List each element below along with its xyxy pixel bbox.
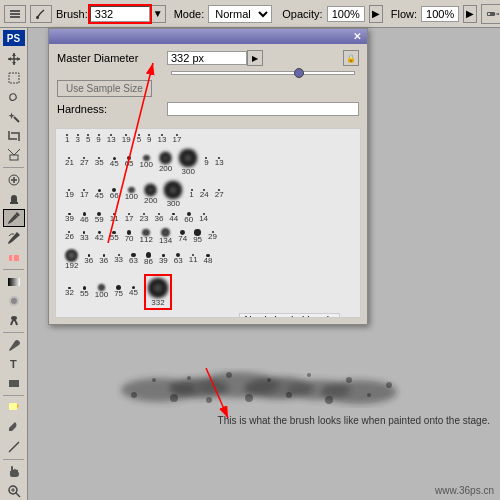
brush-cell[interactable]: 36 [99, 254, 108, 264]
tool-heal[interactable] [3, 171, 25, 189]
tool-shape[interactable] [3, 374, 25, 392]
airbrush-btn[interactable] [481, 4, 500, 24]
expand-btn[interactable]: ▶ [247, 50, 263, 66]
brush-cell[interactable]: 44 [169, 213, 178, 224]
tool-stamp[interactable] [3, 190, 25, 208]
brush-cell[interactable]: 32 [65, 287, 74, 297]
brush-cell[interactable]: 23 [140, 213, 149, 223]
brush-cell[interactable]: 1 [189, 189, 193, 199]
brush-cell[interactable]: 332 [144, 274, 172, 310]
tool-measure[interactable] [3, 438, 25, 456]
brush-cell[interactable]: 66 [110, 188, 119, 200]
tool-hand[interactable] [3, 463, 25, 481]
brush-dropdown-btn[interactable]: ▼ [150, 5, 166, 23]
brush-cell[interactable]: 21 [65, 157, 74, 167]
brush-cell[interactable]: 26 [65, 231, 74, 241]
brush-cell[interactable]: 74 [178, 230, 187, 243]
brush-cell[interactable]: 46 [80, 212, 89, 223]
lock-btn[interactable]: 🔒 [343, 50, 359, 66]
brush-cell[interactable]: 5 [137, 134, 141, 144]
brush-cell[interactable]: 48 [204, 254, 213, 265]
brush-cell[interactable]: 134 [159, 228, 172, 245]
brush-cell[interactable]: 17 [172, 134, 181, 144]
brush-cell[interactable]: 5 [86, 134, 90, 144]
tool-zoom[interactable] [3, 482, 25, 500]
opacity-arrow[interactable]: ▶ [369, 5, 383, 23]
brush-cell[interactable]: 1 [65, 134, 69, 144]
tool-marquee[interactable] [3, 69, 25, 87]
brush-cell[interactable]: 14 [199, 213, 208, 223]
brush-cell[interactable]: 19 [122, 134, 131, 144]
brush-cell[interactable]: 45 [110, 157, 119, 168]
tool-options-btn[interactable] [4, 5, 26, 23]
brush-cell[interactable]: 27 [80, 157, 89, 167]
brush-cell[interactable]: 65 [125, 156, 134, 168]
tool-crop[interactable] [3, 127, 25, 145]
tool-pen[interactable] [3, 336, 25, 354]
tool-blur[interactable] [3, 292, 25, 310]
tool-eraser[interactable] [3, 248, 25, 266]
brush-cell[interactable]: 55 [110, 231, 119, 243]
tool-slice[interactable] [3, 146, 25, 164]
brush-cell[interactable]: 36 [154, 213, 163, 223]
brush-cell[interactable]: 35 [95, 157, 104, 167]
brush-cell[interactable]: 19 [65, 189, 74, 199]
brush-icon-btn[interactable] [30, 5, 52, 23]
tool-move[interactable] [3, 50, 25, 68]
brush-cell[interactable]: 27 [215, 189, 224, 199]
brush-cell[interactable]: 9 [204, 157, 208, 167]
tool-history-brush[interactable] [3, 228, 25, 246]
brush-cell[interactable]: 3 [75, 134, 79, 144]
brush-cell[interactable]: 45 [95, 189, 104, 200]
brush-name-box[interactable]: 332 [90, 6, 150, 22]
tool-gradient[interactable] [3, 273, 25, 291]
brush-cell[interactable]: 39 [159, 254, 168, 265]
tool-brush[interactable] [3, 209, 25, 227]
brush-cell[interactable]: 300 [163, 180, 183, 208]
tool-eyedropper[interactable] [3, 419, 25, 437]
brush-cell[interactable]: 13 [107, 134, 116, 144]
brush-cell[interactable]: 17 [125, 213, 134, 223]
brush-cell[interactable]: 13 [215, 157, 224, 167]
brush-cell[interactable]: 45 [129, 286, 138, 297]
brush-cell[interactable]: 33 [80, 231, 89, 241]
brush-cell[interactable]: 11 [189, 254, 198, 264]
brush-cell[interactable]: 39 [65, 213, 74, 224]
tool-dodge[interactable] [3, 311, 25, 329]
tool-lasso[interactable] [3, 88, 25, 106]
hardness-slider[interactable] [167, 102, 359, 116]
tool-wand[interactable] [3, 108, 25, 126]
flow-box[interactable]: 100% [421, 6, 459, 22]
brush-cell[interactable]: 192 [65, 249, 78, 270]
tool-notes[interactable] [3, 399, 25, 417]
tool-text[interactable]: T [3, 355, 25, 373]
mode-select[interactable]: Normal Multiply Screen [208, 5, 272, 23]
brush-cell[interactable]: 86 [144, 252, 153, 266]
brush-cell[interactable]: 24 [200, 189, 209, 199]
brush-cell[interactable]: 36 [84, 254, 93, 264]
flow-arrow[interactable]: ▶ [463, 5, 477, 23]
brush-cell[interactable]: 9 [96, 134, 100, 144]
brush-cell[interactable]: 100 [125, 187, 138, 202]
brush-cell[interactable]: 13 [158, 134, 167, 144]
brush-cell[interactable]: 300 [178, 148, 198, 176]
brush-cell[interactable]: 200 [159, 151, 172, 172]
brush-cell[interactable]: 70 [125, 230, 134, 243]
brush-cell[interactable]: 95 [193, 229, 202, 243]
diameter-slider[interactable] [171, 71, 355, 75]
brush-cell[interactable]: 17 [80, 189, 89, 199]
brush-cell[interactable]: 75 [114, 285, 123, 298]
brush-cell[interactable]: 9 [147, 134, 151, 144]
diameter-value-box[interactable]: 332 px [167, 51, 247, 65]
popup-close-btn[interactable]: ✕ [353, 31, 361, 42]
brush-cell[interactable]: 100 [95, 284, 108, 299]
brush-cell[interactable]: 55 [80, 286, 89, 298]
brush-cell[interactable]: 200 [144, 183, 157, 204]
brush-cell[interactable]: 11 [110, 213, 119, 223]
use-sample-size-btn[interactable]: Use Sample Size [57, 80, 152, 97]
brush-cell[interactable]: 33 [114, 254, 123, 264]
brush-cell[interactable]: 60 [184, 212, 193, 224]
brush-cell[interactable]: 100 [140, 155, 153, 170]
brush-cell[interactable]: 42 [95, 231, 104, 242]
brush-cell[interactable]: 63 [174, 253, 183, 265]
